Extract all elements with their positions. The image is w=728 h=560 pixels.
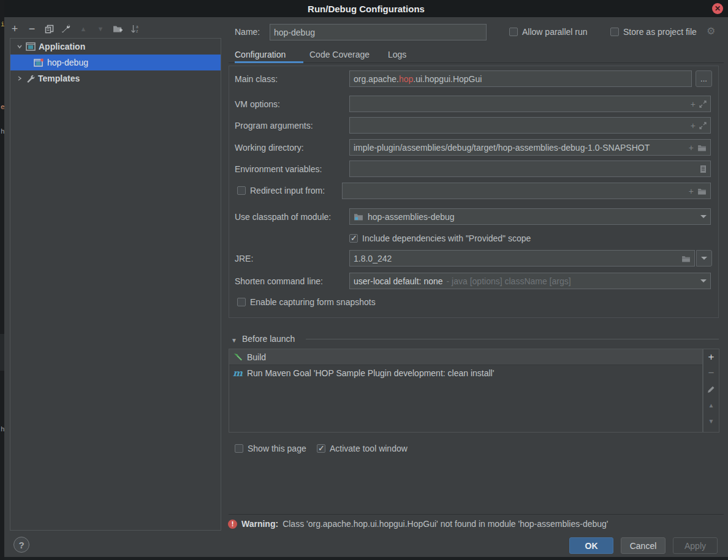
expand-field-icon[interactable] [699, 100, 707, 108]
redirect-input-checkbox[interactable] [237, 186, 246, 195]
tab-code-coverage[interactable]: Code Coverage [309, 50, 370, 59]
help-icon[interactable]: ? [13, 537, 29, 553]
warning-prefix: Warning: [241, 519, 278, 529]
sort-configurations-icon[interactable]: az [129, 23, 140, 34]
folder-icon[interactable] [697, 144, 707, 151]
chevron-down-icon[interactable] [700, 279, 707, 282]
show-this-page-checkbox[interactable] [235, 444, 243, 453]
folder-icon[interactable] [681, 255, 691, 262]
before-launch-list: Build m Run Maven Goal 'HOP Sample Plugi… [229, 349, 703, 433]
working-directory-value: imple-plugin/assemblies/debug/target/hop… [354, 143, 685, 153]
application-icon [26, 42, 36, 51]
configurations-tree: Application hop-debug Templates [10, 38, 221, 531]
active-tab-underline [235, 61, 303, 63]
before-launch-toolbar: + − ▲ ▼ [703, 349, 719, 433]
environment-variables-input[interactable] [349, 161, 711, 177]
gear-icon[interactable]: ⚙ [707, 26, 715, 36]
classpath-module-label: Use classpath of module: [235, 212, 331, 222]
name-input[interactable]: hop-debug [270, 24, 487, 40]
background-editor-strip: i e h h [0, 0, 4, 560]
maven-icon: m [233, 368, 243, 379]
chevron-down-icon [701, 257, 707, 260]
hammer-icon [233, 352, 243, 362]
add-configuration-button[interactable]: + [9, 23, 20, 34]
tab-configuration[interactable]: Configuration [235, 50, 286, 59]
edit-task-icon[interactable] [706, 381, 717, 397]
task-label: Run Maven Goal 'HOP Sample Plugin develo… [247, 368, 495, 378]
main-class-input[interactable]: org.apache.hop.ui.hopgui.HopGui [349, 70, 692, 87]
browse-variables-icon[interactable] [700, 165, 707, 173]
remove-configuration-button[interactable]: − [26, 23, 37, 34]
before-launch-title: Before launch [242, 334, 295, 344]
module-icon [354, 213, 363, 221]
chevron-down-icon[interactable] [17, 44, 23, 50]
working-directory-label: Working directory: [235, 143, 304, 153]
svg-text:a: a [136, 25, 138, 29]
move-task-up-button[interactable]: ▲ [706, 397, 717, 413]
edit-templates-icon[interactable] [61, 23, 72, 34]
dialog-title: Run/Debug Configurations [308, 4, 425, 14]
footer-divider [229, 514, 724, 515]
add-icon[interactable]: + [689, 186, 694, 196]
form-snapshots-checkbox[interactable] [237, 298, 246, 306]
add-task-button[interactable]: + [706, 349, 717, 365]
remove-task-button[interactable]: − [706, 365, 717, 381]
warning-message: ! Warning: Class 'org.apache.hop.ui.hopg… [228, 519, 609, 529]
main-class-value-highlight: hop [399, 74, 413, 84]
main-class-value-prefix: org.apache. [354, 74, 399, 84]
dialog-bottom-edge [4, 557, 728, 560]
program-arguments-input[interactable]: + [349, 117, 711, 134]
main-class-value-suffix: .ui.hopgui.HopGui [413, 74, 482, 84]
apply-button[interactable]: Apply [673, 537, 718, 554]
chevron-down-icon[interactable] [700, 215, 707, 218]
templates-wrench-icon [26, 74, 35, 83]
dialog-titlebar: Run/Debug Configurations ✕ [4, 0, 728, 17]
add-icon[interactable]: + [691, 121, 696, 131]
move-up-button[interactable]: ▲ [78, 23, 89, 34]
tree-item-label: Application [39, 42, 85, 51]
copy-configuration-icon[interactable] [44, 23, 55, 34]
store-as-project-file-label: Store as project file [623, 27, 697, 37]
tree-item-hop-debug[interactable]: hop-debug [10, 55, 221, 70]
redirect-input-field[interactable]: + [342, 183, 711, 199]
shorten-command-line-label: Shorten command line: [235, 276, 323, 287]
add-icon[interactable]: + [689, 143, 694, 153]
browse-main-class-button[interactable]: ... [696, 70, 712, 87]
jre-dropdown-button[interactable] [696, 250, 712, 267]
classpath-module-combobox[interactable]: hop-assemblies-debug [349, 208, 711, 225]
activate-tool-window-checkbox[interactable] [317, 444, 325, 453]
tree-item-label: Templates [38, 74, 80, 83]
vm-options-input[interactable]: + [349, 96, 711, 112]
before-launch-task-maven[interactable]: m Run Maven Goal 'HOP Sample Plugin deve… [229, 365, 702, 380]
cancel-button[interactable]: Cancel [621, 537, 665, 554]
jre-label: JRE: [235, 254, 253, 264]
shorten-command-line-combobox[interactable]: user-local default: none - java [options… [349, 273, 711, 289]
name-value: hop-debug [274, 28, 315, 37]
move-task-down-button[interactable]: ▼ [706, 413, 717, 429]
jre-value: 1.8.0_242 [354, 254, 678, 263]
add-icon[interactable]: + [691, 99, 696, 109]
application-error-icon [34, 58, 44, 67]
collapse-triangle-icon[interactable]: ▼ [231, 335, 237, 346]
move-down-button[interactable]: ▼ [95, 23, 106, 34]
before-launch-task-build[interactable]: Build [229, 349, 702, 365]
ok-button[interactable]: OK [569, 537, 613, 554]
close-icon[interactable]: ✕ [712, 3, 723, 14]
store-as-project-file-checkbox[interactable] [610, 28, 619, 36]
classpath-module-value: hop-assemblies-debug [368, 212, 696, 222]
provided-scope-checkbox[interactable] [349, 234, 358, 243]
create-folder-icon[interactable] [112, 23, 123, 34]
jre-combobox[interactable]: 1.8.0_242 [349, 250, 695, 267]
program-arguments-label: Program arguments: [235, 121, 313, 131]
allow-parallel-run-checkbox[interactable] [509, 28, 518, 36]
tab-logs[interactable]: Logs [388, 50, 406, 59]
tree-item-templates[interactable]: Templates [10, 70, 221, 86]
shorten-value: user-local default: none [354, 276, 443, 286]
vm-options-label: VM options: [235, 99, 280, 110]
tree-item-application[interactable]: Application [10, 39, 221, 55]
chevron-right-icon[interactable] [17, 75, 23, 81]
folder-icon[interactable] [697, 187, 707, 195]
run-debug-configurations-dialog: Run/Debug Configurations ✕ + − ▲ ▼ az Ap… [4, 0, 728, 560]
expand-field-icon[interactable] [699, 122, 707, 129]
working-directory-input[interactable]: imple-plugin/assemblies/debug/target/hop… [349, 139, 711, 156]
